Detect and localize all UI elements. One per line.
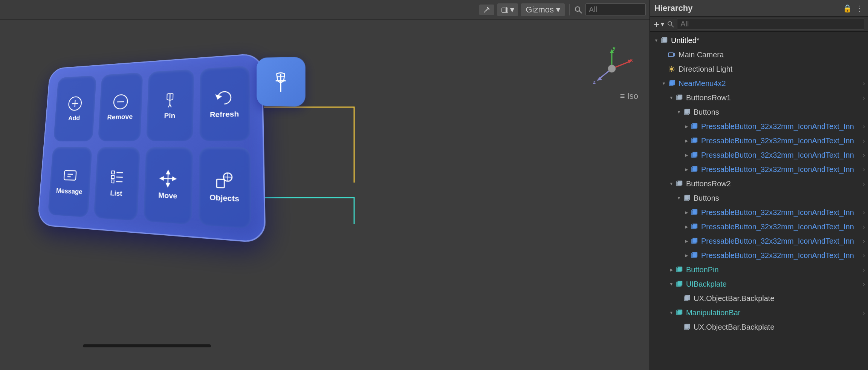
tree-expand-arrow[interactable]: ▼: [668, 309, 675, 316]
message-label: Message: [56, 187, 83, 196]
tree-expand-arrow[interactable]: ▶: [683, 123, 690, 130]
svg-line-42: [223, 177, 232, 177]
tree-node-icon: [675, 265, 684, 274]
tree-expand-arrow[interactable]: ▶: [668, 266, 675, 273]
tree-item-pb5[interactable]: ▶ PressableButton_32x32mm_IconAndText_In…: [650, 205, 868, 220]
tree-expand-arrow[interactable]: ▶: [683, 223, 690, 230]
tree-more-arrow: ›: [863, 151, 865, 159]
tree-expand-arrow[interactable]: ▼: [675, 109, 682, 115]
tree-node-label: ButtonsRow1: [686, 94, 863, 102]
refresh-menu-button[interactable]: Refresh: [199, 66, 251, 141]
pin-floating-button[interactable]: [257, 57, 306, 107]
svg-line-97: [691, 166, 693, 167]
scene-search-input[interactable]: [585, 3, 646, 16]
hierarchy-search-input[interactable]: [677, 18, 864, 30]
hierarchy-toolbar: + ▾: [650, 17, 868, 32]
tree-expand-arrow[interactable]: ▶: [683, 152, 690, 158]
tree-node-label: PressableButton_32x32mm_IconAndText_Inn: [701, 208, 863, 217]
message-menu-button[interactable]: Message: [48, 147, 92, 217]
tree-node-label: PressableButton_32x32mm_IconAndText_Inn: [701, 122, 863, 131]
near-menu-grid: Add Remove: [37, 53, 266, 243]
tree-expand-arrow[interactable]: ▶: [683, 166, 690, 173]
tree-expand-arrow[interactable]: ▼: [675, 195, 682, 201]
tree-item-main-camera[interactable]: Main Camera: [650, 48, 868, 62]
tree-more-arrow: ›: [863, 123, 865, 130]
tree-more-arrow: ›: [863, 223, 865, 231]
tree-node-icon: [690, 150, 699, 160]
tree-item-ux-objectbar-backplate2[interactable]: UX.ObjectBar.Backplate: [650, 320, 868, 334]
svg-rect-24: [64, 170, 76, 180]
remove-icon: [112, 93, 129, 110]
tree-item-pb8[interactable]: ▶ PressableButton_32x32mm_IconAndText_In…: [650, 248, 868, 263]
tree-item-pb7[interactable]: ▶ PressableButton_32x32mm_IconAndText_In…: [650, 234, 868, 248]
svg-line-62: [673, 71, 674, 71]
scene-toolbar: ▾ Gizmos ▾: [0, 0, 649, 20]
tree-expand-arrow[interactable]: ▼: [653, 37, 660, 44]
tree-item-buttons2[interactable]: ▼ Buttons: [650, 191, 868, 205]
svg-line-117: [691, 224, 693, 225]
hierarchy-add-button[interactable]: + ▾: [654, 19, 664, 29]
tree-item-nearmenu4x2[interactable]: ▼ NearMenu4x2›: [650, 76, 868, 91]
svg-line-32: [116, 181, 122, 182]
gizmos-button[interactable]: Gizmos ▾: [521, 3, 565, 16]
svg-line-132: [676, 267, 678, 268]
list-menu-button[interactable]: List: [93, 147, 140, 221]
add-menu-button[interactable]: Add: [53, 75, 96, 141]
remove-menu-button[interactable]: Remove: [98, 72, 143, 141]
tree-more-arrow: ›: [863, 252, 865, 259]
tree-item-manipulationbar[interactable]: ▼ ManipulationBar›: [650, 306, 868, 320]
more-options-icon[interactable]: ⋮: [856, 4, 863, 13]
tree-item-ux-objectbar-backplate1[interactable]: UX.ObjectBar.Backplate: [650, 291, 868, 306]
tree-item-pb6[interactable]: ▶ PressableButton_32x32mm_IconAndText_In…: [650, 220, 868, 234]
camera-button[interactable]: ▾: [497, 3, 518, 16]
tree-node-icon: [675, 308, 684, 317]
tree-node-icon: [675, 179, 684, 188]
svg-marker-23: [216, 95, 221, 99]
tree-expand-arrow[interactable]: ▶: [683, 252, 690, 259]
tree-item-pb3[interactable]: ▶ PressableButton_32x32mm_IconAndText_In…: [650, 148, 868, 162]
tree-more-arrow: ›: [863, 137, 865, 145]
svg-line-107: [684, 195, 685, 196]
tree-node-label: PressableButton_32x32mm_IconAndText_Inn: [701, 165, 863, 174]
svg-line-99: [696, 171, 697, 172]
tree-item-buttonsrow1[interactable]: ▼ ButtonsRow1›: [650, 91, 868, 105]
move-menu-button[interactable]: Move: [144, 147, 193, 224]
svg-line-63: [669, 71, 670, 71]
tree-item-buttons1[interactable]: ▼ Buttons: [650, 105, 868, 119]
tree-expand-arrow[interactable]: ▼: [660, 80, 667, 87]
tree-item-pb1[interactable]: ▶ PressableButton_32x32mm_IconAndText_In…: [650, 119, 868, 134]
tree-node-icon: [675, 279, 684, 289]
tree-item-directional-light[interactable]: Directional Light: [650, 62, 868, 76]
tree-expand-arrow[interactable]: ▶: [683, 209, 690, 216]
tree-expand-arrow[interactable]: ▼: [668, 281, 675, 287]
pin-menu-button[interactable]: Pin: [146, 69, 194, 141]
tree-expand-arrow[interactable]: ▶: [683, 137, 690, 144]
svg-line-77: [684, 109, 685, 110]
tree-item-pb2[interactable]: ▶ PressableButton_32x32mm_IconAndText_In…: [650, 134, 868, 148]
tree-node-label: UIBackplate: [686, 280, 863, 289]
tree-item-buttonpin[interactable]: ▶ ButtonPin›: [650, 263, 868, 277]
tree-item-pb4[interactable]: ▶ PressableButton_32x32mm_IconAndText_In…: [650, 162, 868, 177]
svg-marker-36: [167, 183, 170, 186]
svg-line-69: [673, 85, 675, 86]
svg-line-134: [681, 271, 682, 272]
tree-item-buttonsrow2[interactable]: ▼ ButtonsRow2›: [650, 177, 868, 191]
tree-node-icon: [667, 50, 676, 59]
tools-button[interactable]: [479, 5, 494, 15]
gizmo-widget: y z x: [589, 46, 634, 91]
svg-text:y: y: [613, 46, 616, 51]
tree-item-uibackplate[interactable]: ▼ UIBackplate›: [650, 277, 868, 291]
tree-expand-arrow[interactable]: ▼: [668, 180, 675, 187]
svg-line-4: [579, 11, 582, 13]
hierarchy-search-icon: [667, 21, 674, 28]
tree-node-icon: [690, 222, 699, 231]
pin-icon: [161, 91, 179, 109]
gizmos-label: Gizmos: [526, 5, 554, 15]
svg-line-74: [681, 99, 682, 100]
objects-menu-button[interactable]: Objects: [198, 147, 251, 229]
tree-expand-arrow[interactable]: ▶: [683, 238, 690, 244]
svg-line-48: [671, 25, 674, 27]
tree-expand-arrow[interactable]: ▼: [668, 94, 675, 101]
toolbar-separator: [569, 4, 570, 15]
tree-item-untitled[interactable]: ▼ Untitled*: [650, 33, 868, 48]
